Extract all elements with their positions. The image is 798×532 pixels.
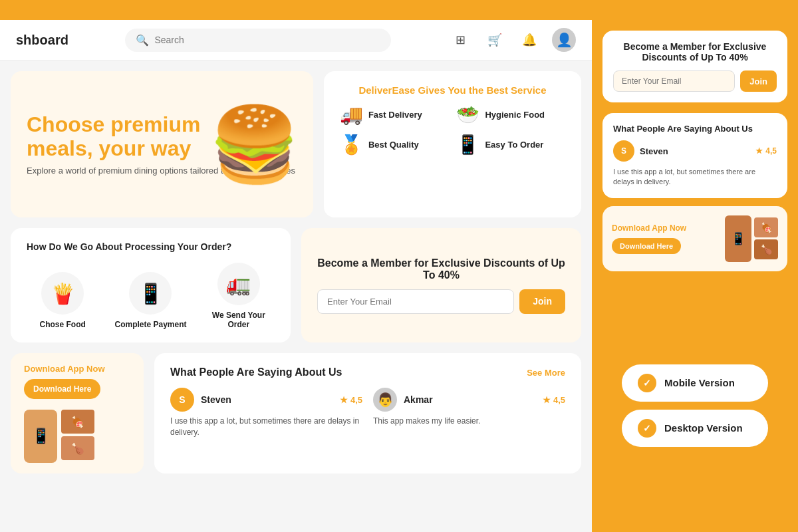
reviews-card: What People Are Saying About Us See More… (154, 353, 581, 473)
mobile-version-option[interactable]: ✓ Mobile Version (622, 364, 768, 402)
phone-mockup: 📱 (24, 410, 57, 463)
sidebar-food-thumbs: 🍖 🍗 (754, 217, 778, 259)
content-area: Choose premium meals, your way Explore a… (0, 61, 592, 532)
sidebar-download-title: Download App Now (612, 223, 718, 233)
process-steps: 🍟 Chose Food 📱 Complete Payment 🚛 We Sen… (27, 263, 275, 329)
payment-label: Complete Payment (114, 320, 186, 329)
sidebar-download-card: Download App Now Download Here 📱 🍖 🍗 (602, 206, 787, 271)
sidebar-reviews-title: What People Are Saying About Us (613, 124, 777, 134)
easy-to-order-icon: 📱 (456, 134, 479, 156)
version-selector: ✓ Mobile Version ✓ Desktop Version (592, 279, 798, 532)
service-item-fast-delivery: 🚚 Fast Delivery (340, 104, 449, 126)
sidebar-review-rating: ★ 4,5 (755, 146, 777, 156)
sidebar-phone-images: 📱 🍖 🍗 (725, 215, 778, 262)
star-icon: ★ (340, 395, 348, 405)
see-more-link[interactable]: See More (527, 368, 565, 378)
right-sidebar: Become a Member for Exclusive Discounts … (592, 20, 798, 532)
service-card: DeliverEase Gives You the Best Service 🚚… (324, 71, 581, 217)
steven-avatar-text: S (179, 394, 185, 405)
process-step-payment: 📱 Complete Payment (114, 272, 186, 329)
app-download-card: Download App Now Download Here 📱 🍖 🍗 (11, 353, 144, 473)
sidebar-join-button[interactable]: Join (740, 70, 777, 92)
chose-food-icon: 🍟 (41, 272, 84, 315)
sidebar-membership-form: Join (613, 70, 777, 92)
steven-rating-value: 4,5 (350, 395, 362, 405)
sidebar-avatar-text: S (621, 146, 626, 156)
food-thumb-2: 🍗 (61, 436, 94, 460)
bottom-section: Download App Now Download Here 📱 🍖 🍗 Wha… (11, 353, 581, 473)
service-grid: 🚚 Fast Delivery 🥗 Hygienic Food 🏅 Best Q… (340, 104, 565, 156)
hygienic-food-icon: 🥗 (456, 104, 479, 126)
download-button[interactable]: Download Here (24, 379, 100, 399)
order-process-title: How Do We Go About Processing Your Order… (27, 241, 275, 252)
sidebar-reviewer-name: Steven (640, 146, 668, 156)
hero-title: Choose premium meals, your way (27, 113, 213, 160)
sidebar-food-thumb-1: 🍖 (754, 217, 778, 237)
steven-name: Steven (201, 394, 231, 405)
hygienic-food-label: Hygienic Food (485, 110, 545, 120)
fast-delivery-icon: 🚚 (340, 104, 363, 126)
membership-card: Become a Member for Exclusive Discounts … (301, 228, 581, 342)
sidebar-download-button[interactable]: Download Here (612, 238, 681, 254)
sidebar-star-icon: ★ (755, 146, 763, 156)
desktop-version-label: Desktop Version (664, 422, 743, 434)
sidebar-rating-value: 4,5 (765, 146, 777, 156)
reviews-header: What People Are Saying About Us See More (170, 366, 565, 378)
sidebar-membership-card: Become a Member for Exclusive Discounts … (602, 31, 787, 102)
steven-review-text: I use this app a lot, but sometimes ther… (170, 416, 362, 438)
membership-email-input[interactable] (317, 289, 514, 314)
service-item-easy-to-order: 📱 Easy To Order (456, 134, 565, 156)
main-layout: shboard 🔍 ⊞ 🛒 🔔 👤 Choose premium meals, … (0, 20, 798, 532)
bell-icon[interactable]: 🔔 (517, 28, 541, 52)
order-process-card: How Do We Go About Processing Your Order… (11, 228, 291, 342)
hero-card: Choose premium meals, your way Explore a… (11, 71, 313, 217)
reviews-title: What People Are Saying About Us (170, 366, 342, 378)
akmar-rating: ★ 4,5 (543, 395, 565, 405)
reviewer-info-steven: S Steven ★ 4,5 (170, 388, 362, 412)
sidebar-reviewer-avatar: S (613, 140, 634, 162)
avatar[interactable]: 👤 (552, 28, 576, 52)
dashboard-title: shboard (16, 33, 68, 48)
process-step-send-order: 🚛 We Send Your Order (203, 263, 275, 329)
sidebar-phone-mockup: 📱 (725, 215, 751, 262)
steven-rating: ★ 4,5 (340, 395, 362, 405)
food-thumbnails: 🍖 🍗 (61, 410, 94, 463)
akmar-rating-value: 4,5 (553, 395, 565, 405)
header: shboard 🔍 ⊞ 🛒 🔔 👤 (0, 20, 592, 61)
sidebar-review-text: I use this app a lot, but sometimes ther… (613, 167, 777, 188)
desktop-version-option[interactable]: ✓ Desktop Version (622, 410, 768, 447)
filter-icon[interactable]: ⊞ (448, 28, 472, 52)
middle-section: How Do We Go About Processing Your Order… (11, 228, 581, 342)
steven-avatar: S (170, 388, 194, 412)
top-section: Choose premium meals, your way Explore a… (11, 71, 581, 217)
search-bar[interactable]: 🔍 (125, 29, 391, 52)
service-item-best-quality: 🏅 Best Quality (340, 134, 449, 156)
sidebar-reviewer: S Steven ★ 4,5 (613, 140, 777, 162)
process-step-chose-food: 🍟 Chose Food (27, 272, 98, 329)
reviewer-info-akmar: 👨 Akmar ★ 4,5 (373, 388, 565, 412)
join-button[interactable]: Join (519, 289, 565, 314)
desktop-check-icon: ✓ (638, 419, 656, 438)
mobile-version-label: Mobile Version (664, 377, 735, 388)
service-title: DeliverEase Gives You the Best Service (340, 84, 565, 96)
food-thumb-1: 🍖 (61, 410, 94, 434)
akmar-review-text: This app makes my life easier. (373, 416, 565, 427)
review-item-akmar: 👨 Akmar ★ 4,5 This app makes my life eas… (373, 388, 565, 438)
sidebar-download-left: Download App Now Download Here (612, 223, 718, 254)
membership-form: Join (317, 289, 565, 314)
sidebar-email-input[interactable] (613, 70, 735, 92)
fast-delivery-label: Fast Delivery (368, 110, 422, 120)
send-order-label: We Send Your Order (203, 311, 275, 329)
review-item-steven: S Steven ★ 4,5 I use this app a lot, but… (170, 388, 362, 438)
akmar-name: Akmar (404, 394, 433, 405)
best-quality-icon: 🏅 (340, 134, 363, 156)
search-input[interactable] (154, 35, 380, 45)
top-bar (0, 0, 798, 20)
cart-icon[interactable]: 🛒 (483, 28, 507, 52)
chose-food-label: Chose Food (40, 320, 86, 329)
send-order-icon: 🚛 (217, 263, 260, 305)
main-content: shboard 🔍 ⊞ 🛒 🔔 👤 Choose premium meals, … (0, 20, 592, 532)
sidebar-reviews-section: What People Are Saying About Us S Steven… (602, 113, 787, 198)
reviews-grid: S Steven ★ 4,5 I use this app a lot, but… (170, 388, 565, 438)
payment-icon: 📱 (129, 272, 172, 315)
